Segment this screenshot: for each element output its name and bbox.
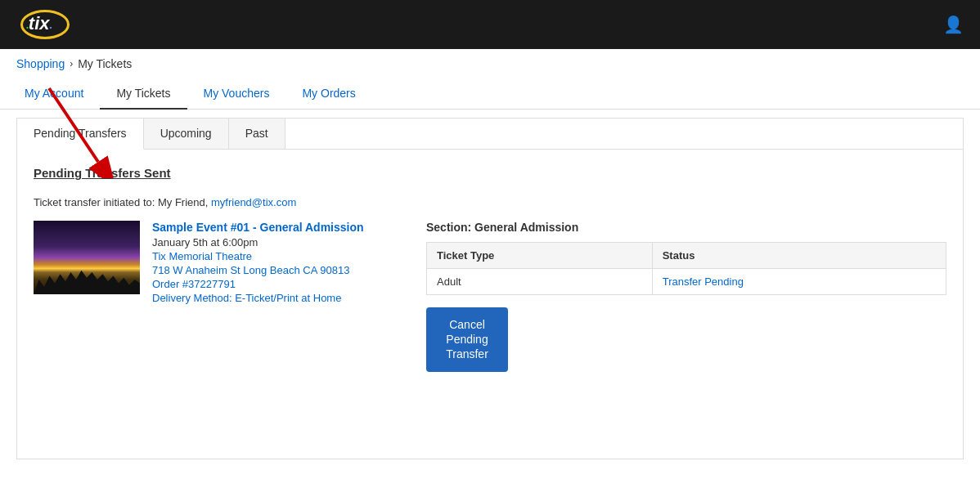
sub-tabs: Pending Transfers Upcoming Past xyxy=(16,118,964,149)
event-address: 718 W Anaheim St Long Beach CA 90813 xyxy=(152,264,410,276)
user-icon[interactable]: 👤 xyxy=(943,15,964,34)
event-image-inner xyxy=(34,221,140,294)
breadcrumb-shopping-link[interactable]: Shopping xyxy=(16,57,65,70)
event-order: Order #37227791 xyxy=(152,278,410,290)
col-ticket-type: Ticket Type xyxy=(427,243,653,269)
main-tabs: My Account My Tickets My Vouchers My Ord… xyxy=(0,78,980,110)
event-delivery: Delivery Method: E-Ticket/Print at Home xyxy=(152,292,410,304)
subtab-past[interactable]: Past xyxy=(229,119,285,149)
event-venue: Tix Memorial Theatre xyxy=(152,250,410,262)
ticket-status-cell: Transfer Pending xyxy=(652,269,946,295)
section-title: Section: General Admission xyxy=(426,221,946,234)
event-row: Sample Event #01 - General Admission Jan… xyxy=(34,221,946,372)
tab-my-tickets[interactable]: My Tickets xyxy=(100,78,187,110)
ticket-table-header-row: Ticket Type Status xyxy=(427,243,946,269)
breadcrumb: Shopping › My Tickets xyxy=(0,49,980,78)
transfer-text: Ticket transfer initiated to: My Friend, xyxy=(34,196,208,208)
section-info: Section: General Admission Ticket Type S… xyxy=(426,221,946,372)
event-details: Sample Event #01 - General Admission Jan… xyxy=(152,221,410,372)
event-date: January 5th at 6:00pm xyxy=(152,236,410,248)
cancel-pending-transfer-button[interactable]: CancelPendingTransfer xyxy=(426,307,508,372)
pending-transfers-title: Pending Transfers Sent xyxy=(34,166,946,180)
tab-my-vouchers[interactable]: My Vouchers xyxy=(187,78,286,110)
subtab-pending-transfers[interactable]: Pending Transfers xyxy=(17,119,144,150)
logo-text: •tix• xyxy=(26,13,52,34)
ticket-type-cell: Adult xyxy=(427,269,653,295)
transfer-email: myfriend@tix.com xyxy=(211,196,296,208)
tix-logo: •tix• xyxy=(16,7,74,43)
breadcrumb-separator: › xyxy=(70,58,73,69)
header: •tix• 👤 xyxy=(0,0,980,49)
event-name: Sample Event #01 - General Admission xyxy=(152,221,410,234)
transfer-initiated-text: Ticket transfer initiated to: My Friend,… xyxy=(34,196,946,208)
ticket-table: Ticket Type Status Adult Transfer Pendin… xyxy=(426,242,946,295)
content-area: Pending Transfers Upcoming Past Pending … xyxy=(0,110,980,468)
ticket-table-body: Adult Transfer Pending xyxy=(427,269,946,295)
crowd-silhouette xyxy=(34,257,140,294)
subtab-upcoming[interactable]: Upcoming xyxy=(144,119,229,149)
table-row: Adult Transfer Pending xyxy=(427,269,946,295)
ticket-table-header: Ticket Type Status xyxy=(427,243,946,269)
breadcrumb-current: My Tickets xyxy=(78,57,132,70)
event-image xyxy=(34,221,140,294)
tab-my-orders[interactable]: My Orders xyxy=(285,78,371,110)
tab-my-account[interactable]: My Account xyxy=(8,78,100,110)
content-box: Pending Transfers Sent Ticket transfer i… xyxy=(16,149,964,459)
col-status: Status xyxy=(652,243,946,269)
logo: •tix• xyxy=(16,7,74,43)
